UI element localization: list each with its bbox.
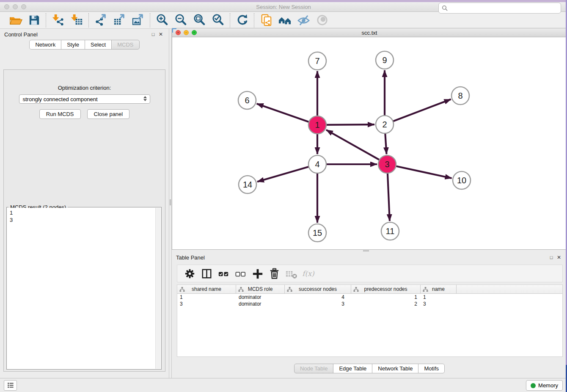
optimization-criterion-select[interactable]: strongly connected component: [19, 94, 150, 104]
svg-text:14: 14: [243, 180, 252, 189]
search-input[interactable]: [448, 4, 561, 12]
control-panel-tabs: NetworkStyleSelectMCDS: [0, 40, 169, 50]
table-cell: 3: [177, 301, 236, 307]
graph-edge-1-2[interactable]: [325, 124, 374, 125]
memory-button[interactable]: Memory: [526, 380, 563, 391]
select-all-button[interactable]: [216, 266, 231, 281]
trash-button[interactable]: [267, 266, 281, 281]
graph-edge-2-8[interactable]: [392, 99, 451, 122]
network-canvas[interactable]: 7968124314101511: [172, 37, 567, 250]
clone-network-button[interactable]: [259, 13, 274, 28]
optimization-criterion-label: Optimization criterion:: [4, 85, 165, 91]
tab-node-table[interactable]: Node Table: [294, 364, 334, 373]
memory-status-icon: [531, 383, 536, 388]
refresh-button[interactable]: [234, 13, 250, 28]
attribute-icon: [353, 287, 359, 292]
graph-edge-2-3[interactable]: [385, 133, 386, 154]
table-row[interactable]: 1dominator411: [177, 294, 562, 301]
columns-button[interactable]: [199, 266, 214, 281]
zoom-in-button[interactable]: [154, 13, 170, 28]
select-all-icon: [217, 267, 231, 281]
mcds-panel: Optimization criterion: strongly connect…: [3, 69, 165, 372]
main-toolbar: [0, 12, 567, 29]
import-network-button[interactable]: [50, 13, 66, 28]
export-network-button[interactable]: [93, 13, 108, 28]
tab-network-table[interactable]: Network Table: [372, 364, 418, 373]
zoom-out-button[interactable]: [173, 13, 188, 28]
float-panel-icon[interactable]: □: [149, 32, 157, 37]
tab-motifs[interactable]: Motifs: [418, 364, 445, 373]
hide-selected-icon: [297, 13, 311, 27]
export-image-button[interactable]: [130, 13, 146, 28]
close-table-panel-icon[interactable]: ✕: [555, 254, 563, 260]
close-panel-icon[interactable]: ✕: [157, 31, 165, 37]
table-row[interactable]: 3dominator323: [177, 301, 562, 307]
svg-text:9: 9: [382, 55, 387, 65]
hide-selected-button[interactable]: [296, 13, 311, 28]
mcds-result-item: 3: [10, 216, 153, 224]
table-cell: dominator: [236, 301, 285, 307]
refresh-icon: [235, 13, 249, 27]
graph-node-10[interactable]: 10: [453, 171, 471, 189]
column-header-successor-nodes[interactable]: successor nodes: [285, 285, 351, 293]
graph-node-3[interactable]: 3: [378, 155, 396, 173]
open-folder-button[interactable]: [8, 13, 23, 28]
deselect-all-button[interactable]: [233, 266, 248, 281]
tab-edge-table[interactable]: Edge Table: [333, 364, 372, 373]
graph-edge-4-14[interactable]: [257, 166, 310, 182]
graph-edge-1-6[interactable]: [257, 104, 310, 122]
export-image-icon: [131, 13, 145, 27]
run-mcds-button[interactable]: Run MCDS: [39, 109, 81, 119]
table-cell: 2: [351, 301, 421, 307]
result-scrollbar[interactable]: [155, 208, 161, 369]
zoom-fit-button[interactable]: [192, 13, 207, 28]
column-header-name[interactable]: name: [421, 285, 457, 293]
mcds-result-list: 13: [7, 208, 155, 369]
zoom-selected-button[interactable]: [210, 13, 226, 28]
graph-node-4[interactable]: 4: [308, 155, 326, 173]
graph-node-8[interactable]: 8: [451, 87, 469, 105]
graph-node-9[interactable]: 9: [376, 51, 394, 69]
tab-style[interactable]: Style: [61, 40, 85, 50]
tab-select[interactable]: Select: [85, 40, 112, 50]
tab-network[interactable]: Network: [29, 40, 61, 50]
graph-node-11[interactable]: 11: [381, 222, 399, 240]
table-cell: 4: [285, 294, 351, 301]
import-table-button[interactable]: [69, 13, 84, 28]
graph-node-15[interactable]: 15: [308, 224, 326, 242]
graph-edge-3-10[interactable]: [395, 166, 452, 178]
column-header-MCDS-role[interactable]: MCDS role: [236, 285, 285, 293]
svg-text:6: 6: [245, 96, 249, 105]
deselect-all-icon: [234, 267, 248, 281]
vertical-splitter[interactable]: [169, 29, 172, 378]
table-cell: 3: [421, 301, 457, 307]
first-neighbors-button[interactable]: [277, 13, 292, 28]
add-button[interactable]: [250, 266, 264, 281]
graph-edge-3-1[interactable]: [326, 130, 380, 160]
svg-text:15: 15: [313, 228, 322, 237]
column-header-predecessor-nodes[interactable]: predecessor nodes: [351, 285, 421, 293]
graph-edge-3-11[interactable]: [388, 172, 390, 221]
graph-node-14[interactable]: 14: [239, 176, 256, 193]
export-table-button[interactable]: [112, 13, 127, 28]
search-box[interactable]: [438, 3, 561, 14]
graph-node-2[interactable]: 2: [376, 116, 394, 133]
column-header-shared-name[interactable]: shared name: [177, 285, 236, 293]
graph-node-1[interactable]: 1: [308, 116, 326, 134]
columns-icon: [200, 267, 214, 281]
fx-button: f(x): [301, 266, 315, 281]
close-panel-button[interactable]: Close panel: [87, 109, 130, 119]
column-label: MCDS role: [248, 286, 273, 292]
save-button[interactable]: [26, 13, 41, 28]
tab-mcds[interactable]: MCDS: [111, 40, 139, 50]
task-history-button[interactable]: [4, 380, 17, 391]
graph-node-6[interactable]: 6: [238, 91, 256, 109]
network-view-window: × − + scc.txt 7968124314101511: [172, 28, 567, 250]
zoom-selected-icon: [211, 13, 225, 27]
svg-text:3: 3: [385, 160, 389, 169]
first-neighbors-icon: [278, 13, 292, 27]
float-table-panel-icon[interactable]: □: [548, 255, 555, 260]
gear-button[interactable]: [182, 266, 197, 281]
export-table-icon: [113, 13, 127, 27]
graph-node-7[interactable]: 7: [308, 52, 326, 70]
